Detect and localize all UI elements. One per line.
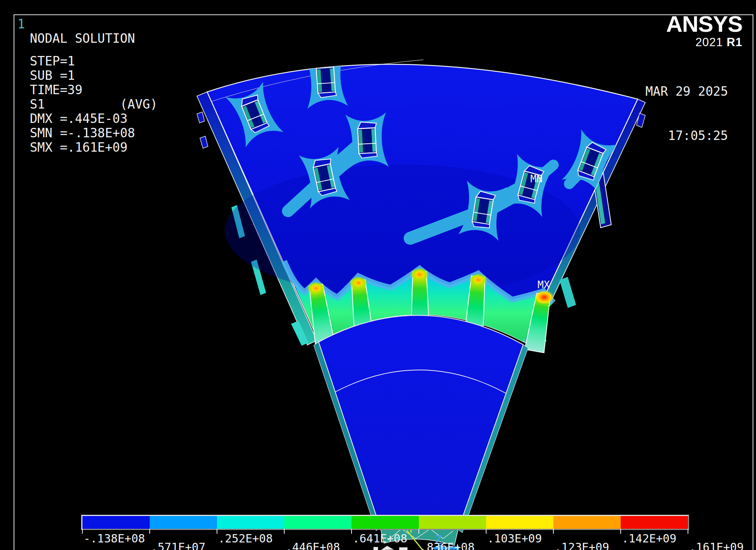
legend-segment bbox=[150, 516, 217, 529]
legend-value-label: .571E+07 bbox=[151, 541, 206, 550]
session-time: 17:05:25 bbox=[645, 128, 728, 143]
side-notch bbox=[197, 112, 204, 123]
side-stress-patch bbox=[559, 277, 576, 308]
magnet-slot bbox=[357, 121, 378, 158]
side-notch bbox=[200, 136, 208, 148]
legend-value-label: .123E+09 bbox=[555, 541, 609, 550]
legend-tick bbox=[418, 529, 419, 534]
hub-ring bbox=[314, 315, 528, 545]
max-stress-hotspot bbox=[534, 290, 554, 305]
solution-info-line: SMX =.161E+09 bbox=[30, 140, 127, 155]
legend-value-label: -.138E+08 bbox=[84, 532, 145, 545]
legend-value-label: .641E+08 bbox=[353, 532, 407, 545]
legend-tick bbox=[620, 529, 621, 534]
legend-segment bbox=[486, 516, 553, 529]
solution-info-line: SMN =-.138E+08 bbox=[30, 126, 135, 140]
solution-info-line: DMX =.445E-03 bbox=[30, 111, 127, 126]
ansys-graphics-window: MN MX Y Z 1 NODAL SOLUTION STEP=1 SUB =1… bbox=[0, 0, 756, 550]
solution-title: NODAL SOLUTION bbox=[30, 31, 135, 46]
ansys-version: 2021 R1 bbox=[666, 36, 742, 49]
ansys-logo: ANSYS bbox=[666, 14, 742, 35]
legend-tick bbox=[351, 529, 352, 534]
legend-segment bbox=[621, 516, 688, 529]
legend-segment bbox=[217, 516, 284, 529]
legend-segment bbox=[553, 516, 621, 529]
hotspot bbox=[307, 282, 325, 295]
plot-number: 1 bbox=[17, 17, 25, 31]
legend-tick bbox=[486, 529, 486, 534]
ansys-logo-block: ANSYS 2021 R1 bbox=[666, 14, 742, 49]
legend-tick bbox=[82, 529, 83, 534]
session-date: MAR 29 2025 bbox=[645, 84, 728, 99]
model-viewport: MN MX Y Z bbox=[0, 0, 756, 550]
legend-segment bbox=[284, 516, 352, 529]
legend-tick bbox=[149, 529, 150, 534]
min-stress-label: MN bbox=[530, 173, 543, 185]
solution-info-line: STEP=1 bbox=[30, 54, 75, 68]
legend-value-label: .103E+09 bbox=[487, 532, 542, 545]
legend-color-bar bbox=[81, 515, 689, 530]
legend-segment bbox=[82, 516, 150, 529]
solution-info-line: TIME=39 bbox=[30, 82, 82, 97]
legend-segment bbox=[352, 516, 419, 529]
solution-info-line: S1 (AVG) bbox=[30, 97, 158, 112]
legend-tick bbox=[217, 529, 217, 534]
hub-face bbox=[319, 315, 523, 530]
clipped-wireframe-fragments bbox=[373, 546, 407, 550]
legend-value-label: .161E+09 bbox=[689, 541, 744, 550]
legend-value-label: .252E+08 bbox=[218, 532, 273, 545]
ansys-release: 2021 bbox=[696, 36, 723, 49]
legend-tick bbox=[688, 529, 688, 534]
legend-value-label: .836E+08 bbox=[420, 541, 475, 550]
legend-tick bbox=[553, 529, 554, 534]
hotspot bbox=[469, 273, 487, 286]
ansys-revision: R1 bbox=[727, 36, 742, 49]
legend-value-label: .446E+08 bbox=[285, 541, 340, 550]
session-datetime: MAR 29 2025 17:05:25 bbox=[645, 54, 728, 172]
legend-tick bbox=[284, 529, 285, 534]
max-stress-label: MX bbox=[538, 279, 550, 291]
hotspot bbox=[410, 268, 429, 281]
legend-segment bbox=[419, 516, 486, 529]
hotspot bbox=[349, 277, 367, 289]
solution-info-line: SUB =1 bbox=[30, 68, 75, 83]
legend-value-label: .142E+09 bbox=[622, 532, 677, 545]
